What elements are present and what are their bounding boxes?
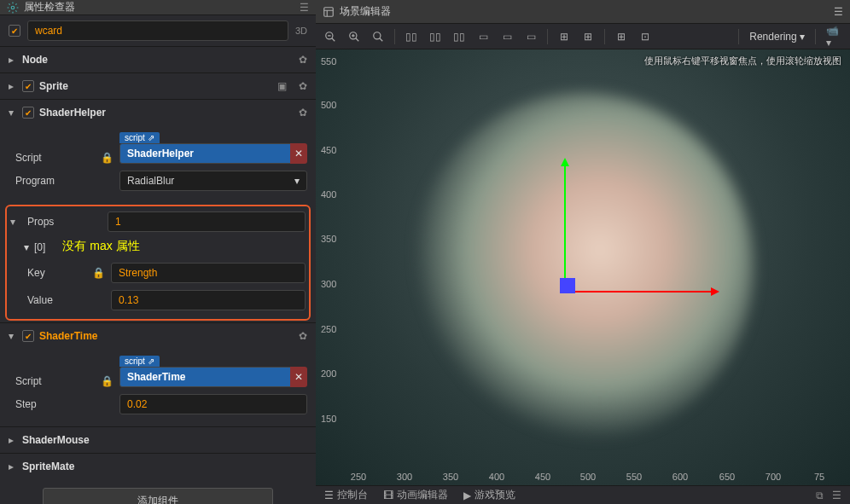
- section-shadermouse: ▸ ShaderMouse: [0, 426, 316, 453]
- chevron-down-icon: ▾: [9, 107, 17, 119]
- ruler-tick: 550: [626, 472, 642, 482]
- props-count-input[interactable]: 1: [108, 211, 306, 232]
- ruler-tick: 700: [766, 472, 781, 482]
- component-enabled-checkbox[interactable]: [22, 107, 34, 119]
- section-shadertime: ▾ ShaderTime ✿ Script 🔒 script⇗ ShaderTi…: [0, 322, 316, 426]
- lock-icon: 🔒: [101, 152, 113, 164]
- grid-icon[interactable]: ⊞: [612, 27, 631, 46]
- prop-label: Value: [10, 294, 85, 306]
- align-right-icon[interactable]: ▯▯: [450, 27, 469, 46]
- menu-icon[interactable]: ☰: [834, 6, 843, 18]
- ruler-tick: 450: [535, 472, 550, 482]
- node-name-input[interactable]: [27, 20, 288, 41]
- align-left-icon[interactable]: ▯▯: [402, 27, 421, 46]
- section-title: ShaderMouse: [22, 434, 307, 446]
- key-input[interactable]: Strength: [111, 263, 306, 283]
- value-input[interactable]: 0.13: [111, 290, 306, 310]
- add-component-button[interactable]: 添加组件: [43, 488, 273, 504]
- section-header-shaderhelper[interactable]: ▾ ShaderHelper ✿: [0, 100, 316, 125]
- chevron-down-icon: ▾: [294, 175, 300, 187]
- tab-game-preview[interactable]: ▶游戏预览: [463, 488, 515, 502]
- lock-icon: 🔒: [92, 267, 104, 279]
- popout-icon[interactable]: ⧉: [816, 490, 824, 501]
- section-title: ShaderTime: [39, 330, 287, 342]
- section-sprite: ▸ Sprite ▣ ✿: [0, 72, 316, 99]
- prop-label: Script: [9, 152, 94, 164]
- gear-icon[interactable]: ✿: [299, 80, 307, 92]
- gear-icon: [7, 2, 19, 14]
- section-header-node[interactable]: ▸ Node ✿: [0, 47, 316, 72]
- zoom-out-icon[interactable]: [321, 27, 340, 46]
- chevron-down-icon[interactable]: ▾: [10, 216, 20, 228]
- script-value[interactable]: ShaderHelper: [119, 143, 293, 164]
- lock-icon: 🔒: [101, 375, 113, 387]
- scene-viewport[interactable]: 使用鼠标右键平移视窗焦点，使用滚轮缩放视图 550500450400350300…: [316, 49, 850, 485]
- gizmo-y-axis[interactable]: [564, 165, 566, 291]
- chevron-down-icon: ▾: [24, 241, 29, 253]
- external-link-icon: ⇗: [148, 133, 154, 142]
- gizmo-handle[interactable]: [560, 278, 575, 293]
- menu-icon[interactable]: ☰: [832, 490, 841, 501]
- array-index[interactable]: ▾[0]: [10, 241, 45, 253]
- section-header-sprite[interactable]: ▸ Sprite ▣ ✿: [0, 73, 316, 99]
- ruler-tick: 350: [321, 234, 336, 244]
- script-tag: script⇗: [119, 356, 160, 367]
- ruler-tick: 75: [814, 472, 824, 482]
- chevron-right-icon: ▸: [9, 434, 17, 446]
- annotation-text: 没有 max 属性: [62, 239, 139, 254]
- zoom-in-icon[interactable]: [345, 27, 364, 46]
- close-icon[interactable]: ✕: [290, 143, 307, 164]
- inspector-title: 属性检查器: [24, 0, 300, 14]
- ruler-tick: 350: [443, 472, 458, 482]
- prop-label: Key: [10, 267, 85, 279]
- gizmo-x-axis[interactable]: [566, 291, 713, 293]
- scene-editor-title: 场景编辑器: [340, 4, 834, 19]
- section-header-shadertime[interactable]: ▾ ShaderTime ✿: [0, 323, 316, 349]
- section-header-shadermouse[interactable]: ▸ ShaderMouse: [0, 427, 316, 453]
- book-icon[interactable]: ▣: [277, 80, 287, 92]
- camera-icon[interactable]: 📹 ▾: [826, 27, 845, 46]
- node-enabled-checkbox[interactable]: [9, 25, 20, 37]
- chevron-right-icon: ▸: [9, 461, 17, 472]
- close-icon[interactable]: ✕: [290, 367, 307, 387]
- gear-icon[interactable]: ✿: [299, 54, 307, 66]
- zoom-fit-icon[interactable]: [369, 27, 387, 46]
- rendering-dropdown[interactable]: Rendering ▾: [749, 31, 805, 43]
- ruler-tick: 250: [321, 324, 336, 334]
- component-enabled-checkbox[interactable]: [22, 330, 34, 342]
- tab-animation[interactable]: 🎞动画编辑器: [383, 488, 448, 502]
- tab-console[interactable]: ☰控制台: [324, 488, 368, 502]
- svg-point-4: [374, 32, 381, 38]
- align-bottom-icon[interactable]: ▭: [521, 27, 540, 46]
- script-value[interactable]: ShaderTime: [119, 367, 293, 387]
- list-icon: ☰: [324, 490, 334, 501]
- bottom-tabs: ☰控制台 🎞动画编辑器 ▶游戏预览 ⧉ ☰: [316, 485, 850, 504]
- script-tag: script⇗: [119, 132, 160, 143]
- align-center-h-icon[interactable]: ▯▯: [426, 27, 445, 46]
- section-spritemate: ▸ SpriteMate: [0, 453, 316, 479]
- gear-icon[interactable]: ✿: [299, 330, 307, 342]
- gear-icon[interactable]: ✿: [299, 107, 307, 119]
- ruler-tick: 500: [321, 100, 336, 110]
- svg-point-0: [11, 6, 15, 9]
- component-enabled-checkbox[interactable]: [22, 80, 34, 92]
- align-center-v-icon[interactable]: ▭: [498, 27, 516, 46]
- menu-icon[interactable]: ☰: [300, 2, 309, 14]
- 3d-badge[interactable]: 3D: [295, 26, 307, 36]
- ruler-tick: 300: [321, 279, 336, 289]
- align-top-icon[interactable]: ▭: [474, 27, 492, 46]
- svg-rect-1: [324, 7, 334, 16]
- step-input[interactable]: 0.02: [119, 394, 307, 414]
- section-title: SpriteMate: [22, 461, 307, 472]
- prop-label: Props: [27, 216, 101, 228]
- distribute-v-icon[interactable]: ⊞: [579, 27, 597, 46]
- program-select[interactable]: RadialBlur▾: [119, 171, 307, 191]
- ruler-tick: 150: [321, 414, 336, 424]
- section-header-spritemate[interactable]: ▸ SpriteMate: [0, 454, 316, 479]
- distribute-h-icon[interactable]: ⊞: [555, 27, 573, 46]
- ruler-tick: 250: [351, 472, 366, 482]
- snap-icon[interactable]: ⊡: [636, 27, 655, 46]
- ruler-tick: 600: [672, 472, 688, 482]
- inspector-panel: 属性检查器 ☰ 3D ▸ Node ✿ ▸ Sprite ▣ ✿ ▾ Shade…: [0, 0, 316, 504]
- prop-label: Program: [9, 175, 94, 187]
